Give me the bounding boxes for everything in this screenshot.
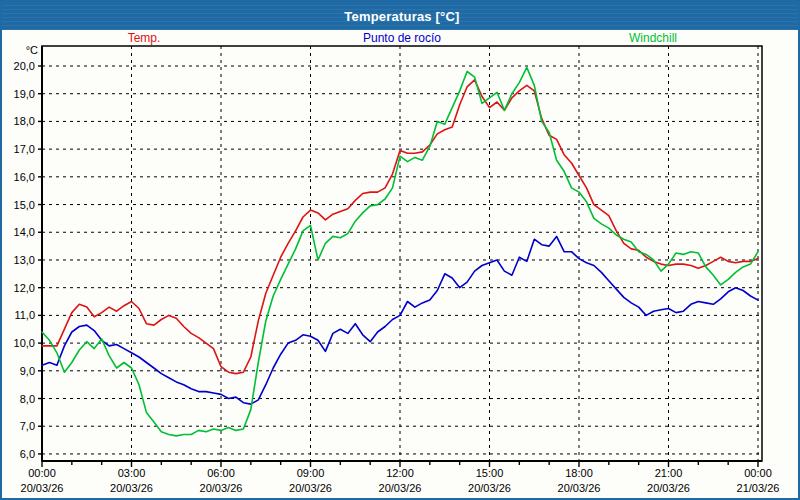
y-tick-label: 18,0 [14, 115, 35, 127]
y-tick-label: 12,0 [14, 282, 35, 294]
y-tick-label: 15,0 [14, 199, 35, 211]
y-tick-label: 7,0 [20, 420, 35, 432]
y-tick-label: 13,0 [14, 254, 35, 266]
x-tick-time-label: 12:00 [386, 467, 414, 479]
x-tick-time-label: 15:00 [476, 467, 504, 479]
x-tick-date-label: 20/03/26 [468, 482, 511, 494]
x-tick-time-label: 18:00 [565, 467, 593, 479]
y-tick-label: 19,0 [14, 88, 35, 100]
x-tick-date-label: 20/03/26 [647, 482, 690, 494]
x-tick-date-label: 21/03/26 [737, 482, 780, 494]
y-tick-label: 9,0 [20, 365, 35, 377]
x-tick-date-label: 20/03/26 [200, 482, 243, 494]
y-tick-label: 20,0 [14, 60, 35, 72]
x-tick-date-label: 20/03/26 [289, 482, 332, 494]
x-tick-date-label: 20/03/26 [110, 482, 153, 494]
y-tick-label: 16,0 [14, 171, 35, 183]
x-tick-time-label: 21:00 [655, 467, 683, 479]
temperature-line-chart: 20,019,018,017,016,015,014,013,012,011,0… [2, 2, 800, 500]
x-tick-time-label: 03:00 [118, 467, 146, 479]
y-tick-label: 10,0 [14, 337, 35, 349]
weather-chart-window: Temperaturas [°C] Temp. Punto de rocío W… [0, 0, 800, 500]
x-tick-time-label: 00:00 [28, 467, 56, 479]
x-tick-time-label: 09:00 [297, 467, 325, 479]
y-tick-label: 11,0 [14, 309, 35, 321]
x-tick-date-label: 20/03/26 [558, 482, 601, 494]
y-tick-label: 8,0 [20, 393, 35, 405]
y-tick-label: 14,0 [14, 226, 35, 238]
x-tick-date-label: 20/03/26 [379, 482, 422, 494]
x-tick-time-label: 00:00 [744, 467, 772, 479]
x-tick-time-label: 06:00 [207, 467, 235, 479]
y-tick-label: 17,0 [14, 143, 35, 155]
y-tick-label: 6,0 [20, 448, 35, 460]
x-tick-date-label: 20/03/26 [21, 482, 64, 494]
y-axis-unit-label: °C [26, 44, 38, 56]
